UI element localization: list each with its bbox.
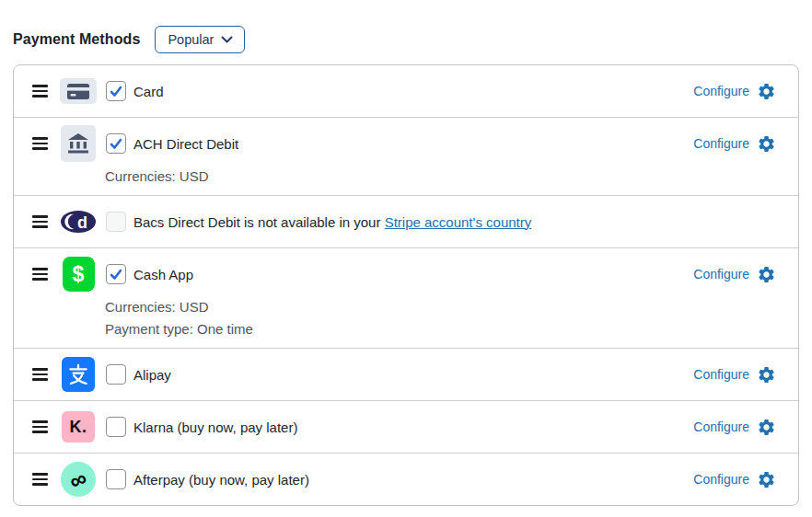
drag-handle-icon[interactable] xyxy=(32,137,48,150)
afterpay-infinity-glyph: ∞ xyxy=(66,465,90,493)
alipay-icon xyxy=(62,357,95,392)
card-checkbox[interactable] xyxy=(106,81,126,101)
page-title: Payment Methods xyxy=(13,31,140,48)
payment-method-row-alipay: Alipay Configure xyxy=(14,348,798,400)
bacs-message-text: Bacs Direct Debit is not available in yo… xyxy=(133,214,380,230)
configure-link-cashapp[interactable]: Configure xyxy=(693,267,749,281)
method-label-klarna: Klarna (buy now, pay later) xyxy=(133,419,297,435)
popular-filter-dropdown[interactable]: Popular xyxy=(155,26,245,53)
configure-link-ach[interactable]: Configure xyxy=(693,136,749,151)
ach-checkbox[interactable] xyxy=(106,133,126,154)
configure-link-klarna[interactable]: Configure xyxy=(693,419,749,434)
drag-handle-icon[interactable] xyxy=(32,473,48,486)
payment-methods-page: Payment Methods Popular xyxy=(0,0,812,506)
klarna-checkbox[interactable] xyxy=(106,417,126,437)
gear-icon[interactable] xyxy=(757,418,776,437)
payment-method-row-ach: ACH Direct Debit Configure Currencies: U… xyxy=(14,117,798,195)
method-label-ach: ACH Direct Debit xyxy=(133,136,238,152)
chevron-down-icon xyxy=(221,36,233,43)
payment-method-row-cashapp: $ Cash App Configure Currencies: USD Pay… xyxy=(14,247,798,348)
payment-method-row-klarna: K. Klarna (buy now, pay later) Configure xyxy=(14,400,798,453)
cashapp-dollar-glyph: $ xyxy=(73,262,85,287)
method-label-card: Card xyxy=(133,84,164,99)
afterpay-checkbox[interactable] xyxy=(106,469,126,489)
klarna-icon: K. xyxy=(62,411,95,442)
alipay-checkbox[interactable] xyxy=(106,364,126,385)
afterpay-icon: ∞ xyxy=(61,462,96,497)
cashapp-checkbox[interactable] xyxy=(106,264,126,284)
bank-icon xyxy=(61,125,96,162)
drag-handle-icon[interactable] xyxy=(32,215,48,228)
svg-text:d: d xyxy=(77,213,87,232)
currencies-detail: Currencies: USD xyxy=(105,299,776,315)
gear-icon[interactable] xyxy=(757,265,776,284)
payment-method-row-afterpay: ∞ Afterpay (buy now, pay later) Configur… xyxy=(14,453,798,505)
page-header: Payment Methods Popular xyxy=(13,24,799,55)
drag-handle-icon[interactable] xyxy=(32,368,48,381)
configure-link-afterpay[interactable]: Configure xyxy=(693,472,749,487)
payment-method-row-bacs: d Bacs Direct Debit is not available in … xyxy=(14,195,798,247)
payment-method-row-card: Card Configure xyxy=(14,65,798,117)
drag-handle-icon[interactable] xyxy=(32,85,48,98)
checkmark-icon xyxy=(110,86,122,98)
method-label-alipay: Alipay xyxy=(133,367,171,383)
bacs-checkbox xyxy=(106,212,126,232)
cashapp-icon: $ xyxy=(63,257,95,292)
bacs-icon: d xyxy=(60,209,97,235)
gear-icon[interactable] xyxy=(757,365,776,385)
gear-icon[interactable] xyxy=(757,470,776,489)
card-icon xyxy=(60,78,97,104)
bacs-unavailable-message: Bacs Direct Debit is not available in yo… xyxy=(133,214,531,230)
gear-icon[interactable] xyxy=(757,82,776,101)
gear-icon[interactable] xyxy=(757,134,776,154)
drag-handle-icon[interactable] xyxy=(32,420,48,433)
checkmark-icon xyxy=(110,138,122,150)
popular-filter-label: Popular xyxy=(168,32,214,47)
configure-link-card[interactable]: Configure xyxy=(693,84,749,98)
stripe-account-country-link[interactable]: Stripe account's country xyxy=(385,214,532,230)
method-label-cashapp: Cash App xyxy=(133,267,193,282)
method-label-afterpay: Afterpay (buy now, pay later) xyxy=(133,472,309,488)
payment-methods-list: Card Configure xyxy=(13,64,799,506)
drag-handle-icon[interactable] xyxy=(32,268,48,281)
checkmark-icon xyxy=(110,269,122,281)
configure-link-alipay[interactable]: Configure xyxy=(693,367,749,382)
klarna-k-glyph: K. xyxy=(70,418,87,437)
payment-type-detail: Payment type: One time xyxy=(105,321,776,337)
currencies-detail: Currencies: USD xyxy=(105,168,776,184)
